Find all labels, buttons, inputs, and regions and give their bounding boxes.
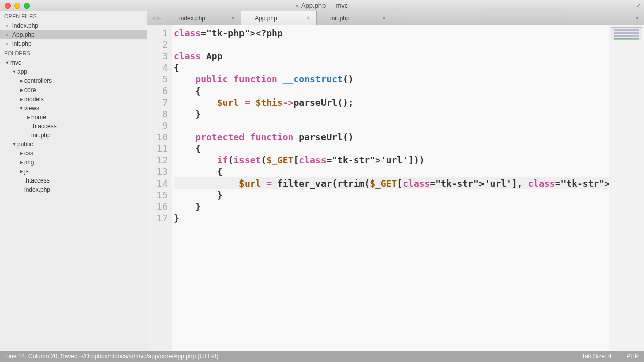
tree-folder[interactable]: ▶js [0,167,147,176]
open-file-label: App.php [12,31,143,38]
close-window-button[interactable] [5,3,11,9]
tree-label: .htaccess [24,177,50,184]
disclosure-icon[interactable]: ▶ [18,160,24,165]
line-number: 6 [147,85,172,97]
tree-label: home [31,114,46,121]
open-file-item[interactable]: ×App.php [0,30,147,39]
tab-label: init.php [323,15,377,22]
disclosure-icon[interactable]: ▼ [4,60,10,65]
code-line[interactable]: class="tk-php"><?php [174,27,609,39]
tab-history-nav: ◀ ▶ [147,11,166,25]
tree-label: app [17,68,27,75]
status-language[interactable]: PHP [626,353,639,360]
editor-tab[interactable]: App.php× [242,11,317,25]
line-number: 3 [147,50,172,62]
tree-label: controllers [24,77,52,84]
code-line[interactable]: { [174,166,609,177]
disclosure-icon[interactable]: ▶ [18,97,24,102]
code-line[interactable]: public function __construct() [174,73,609,85]
code-line[interactable]: $url = $this->parseUrl(); [174,97,609,108]
disclosure-icon[interactable]: ▼ [11,69,17,74]
code-line[interactable]: { [174,143,609,154]
tree-folder[interactable]: ▼views [0,104,147,113]
code-line[interactable]: { [174,62,609,73]
code-line[interactable] [174,39,609,50]
close-file-icon[interactable]: × [4,41,10,47]
forward-icon[interactable]: ▶ [157,15,162,21]
tab-close-icon[interactable]: × [377,14,386,22]
line-number: 5 [147,73,172,85]
line-number: 7 [147,97,172,108]
disclosure-icon[interactable]: ▶ [18,151,24,156]
status-bar: Line 14, Column 20; Saved ~/Dropbox/htdo… [0,351,644,362]
tree-label: core [24,86,36,94]
tree-label: mvc [10,59,21,66]
sidebar: OPEN FILES ×index.php×App.php×init.php F… [0,11,147,351]
tree-label: public [17,141,33,148]
code-line[interactable]: } [174,201,609,212]
code-line[interactable] [174,120,609,131]
disclosure-icon[interactable]: ▶ [25,115,31,120]
code-line[interactable]: protected function parseUrl() [174,131,609,143]
line-number: 8 [147,108,172,120]
disclosure-icon[interactable]: ▶ [18,169,24,174]
tree-folder[interactable]: ▶css [0,149,147,158]
zoom-window-button[interactable] [24,3,30,9]
code-line[interactable]: { [174,85,609,97]
tree-label: img [24,159,34,166]
disclosure-icon[interactable]: ▶ [18,78,24,83]
disclosure-icon[interactable]: ▼ [11,142,17,147]
line-number: 17 [147,212,172,224]
tab-close-icon[interactable]: × [226,14,235,22]
tree-label: init.php [31,132,51,139]
folders-header: FOLDERS [0,48,147,58]
line-number: 11 [147,143,172,154]
open-file-label: index.php [12,22,143,29]
editor-tab[interactable]: init.php× [317,11,392,25]
open-file-item[interactable]: ×index.php [0,21,147,30]
disclosure-icon[interactable]: ▼ [18,106,24,111]
close-file-icon[interactable]: × [4,32,10,38]
tree-file[interactable]: .htaccess [0,122,147,131]
code-line[interactable]: $url = filter_var(rtrim($_GET[class="tk-… [174,177,609,189]
tree-file[interactable]: init.php [0,131,147,140]
editor-area: ◀ ▶ index.php×App.php×init.php× ▼ 123456… [147,11,644,351]
gutter: 1234567891011121314151617 [147,25,172,351]
minimize-window-button[interactable] [14,3,20,9]
fullscreen-icon[interactable]: ⤢ [636,2,641,9]
tree-folder[interactable]: ▶models [0,95,147,104]
open-file-item[interactable]: ×init.php [0,39,147,48]
tree-folder[interactable]: ▶controllers [0,76,147,85]
tree-label: models [24,96,44,103]
line-number: 15 [147,189,172,201]
window-title: ▫ App.php — mvc [296,2,348,9]
tree-label: css [24,150,33,157]
tab-overflow-icon[interactable]: ▼ [631,11,644,25]
tree-file[interactable]: .htaccess [0,176,147,185]
tree-folder[interactable]: ▶home [0,113,147,122]
tree-folder[interactable]: ▼app [0,67,147,76]
code-line[interactable]: } [174,212,609,224]
tree-folder[interactable]: ▶img [0,158,147,167]
title-bar: ▫ App.php — mvc ⤢ [0,0,644,11]
tree-folder[interactable]: ▼public [0,140,147,149]
window-title-text: App.php — mvc [301,2,348,9]
code-line[interactable]: } [174,108,609,120]
minimap[interactable] [609,25,644,351]
line-number: 13 [147,166,172,177]
back-icon[interactable]: ◀ [151,15,155,21]
tree-folder[interactable]: ▼mvc [0,58,147,67]
tree-file[interactable]: index.php [0,185,147,194]
tab-close-icon[interactable]: × [301,14,310,22]
line-number: 14 [147,177,172,189]
code-line[interactable]: } [174,189,609,201]
tree-folder[interactable]: ▶core [0,85,147,95]
close-file-icon[interactable]: × [4,23,10,29]
status-tabsize[interactable]: Tab Size: 4 [582,353,611,360]
code-editor[interactable]: class="tk-php"><?php class App{ public f… [172,25,609,351]
disclosure-icon[interactable]: ▶ [18,87,24,93]
code-line[interactable]: if(isset($_GET[class="tk-str">'url'])) [174,154,609,166]
line-number: 10 [147,131,172,143]
code-line[interactable]: class App [174,50,609,62]
editor-tab[interactable]: index.php× [166,11,242,25]
